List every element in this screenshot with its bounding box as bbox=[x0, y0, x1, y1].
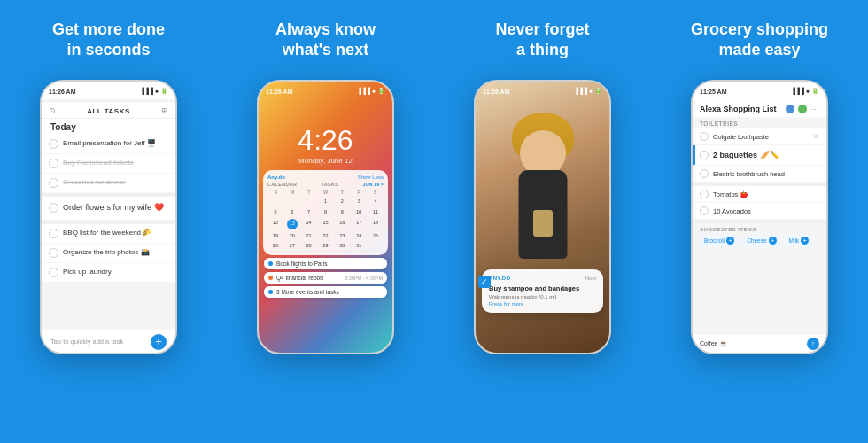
panel-4: Grocery shopping made easy 11:25 AM ▐▐▐ … bbox=[651, 0, 868, 443]
calendar-event-1: Book flights to Paris bbox=[264, 258, 387, 269]
shop-item-text: Electric toothbrush head bbox=[713, 170, 785, 178]
task-check[interactable] bbox=[49, 139, 58, 149]
chip-label: Cheese bbox=[747, 237, 766, 244]
status-bar-3: 11:26 AM ▐▐▐ ● 🔋 bbox=[476, 82, 609, 99]
notification-check-icon: ✓ bbox=[478, 276, 491, 288]
event-title: Book flights to Paris bbox=[276, 260, 383, 267]
event-dot bbox=[268, 276, 273, 280]
notification-app-name: ANY.DO bbox=[489, 276, 510, 281]
task-text: Organize the trip photos 📸 bbox=[63, 248, 168, 257]
shop-check[interactable] bbox=[700, 206, 709, 215]
calendar-event-2: Q4 financial report 3:30PM - 4:30PM bbox=[264, 272, 387, 284]
task-text: Pick up laundry bbox=[63, 268, 168, 276]
calendar-widget: Any.do Show Less CALENDAR TASKS JUN 19 >… bbox=[263, 170, 388, 255]
phone-2: 11:26 AM ▐▐▐ ● 🔋 4:26 Monday, June 12 An… bbox=[257, 80, 394, 354]
suggested-items-section: SUGGESTED ITEMS Broccoli + Cheese + Milk… bbox=[693, 223, 826, 248]
add-task-button[interactable]: + bbox=[151, 334, 167, 350]
section-toiletries: TOILETRIES bbox=[693, 117, 826, 128]
chip-add-icon[interactable]: + bbox=[769, 237, 777, 245]
shop-check[interactable] bbox=[700, 132, 709, 141]
task-bottom-bar: Tap to quickly add a task + bbox=[42, 330, 175, 353]
chip-broccoli[interactable]: Broccoli + bbox=[700, 235, 739, 246]
show-less: Show Less bbox=[358, 175, 384, 180]
task-check[interactable] bbox=[49, 268, 58, 277]
shop-check[interactable] bbox=[700, 151, 709, 159]
panel-2: Always know what's next 11:26 AM ▐▐▐ ● 🔋… bbox=[217, 0, 434, 443]
shop-check[interactable] bbox=[700, 190, 709, 198]
task-check[interactable] bbox=[49, 178, 58, 188]
delete-icon[interactable]: ✕ bbox=[812, 132, 819, 141]
panel-1-title: Get more done in seconds bbox=[52, 19, 165, 66]
task-item-organize-photos: Organize the trip photos 📸 bbox=[42, 244, 175, 262]
tasks-label: TASKS bbox=[322, 182, 339, 187]
event-dot bbox=[268, 261, 273, 266]
shop-item-text: 2 baguettes 🥖✏️ bbox=[713, 151, 779, 159]
notification-card: ✓ ANY.DO Now Buy shampoo and bandages Wa… bbox=[482, 269, 603, 313]
suggested-label: SUGGESTED ITEMS bbox=[700, 227, 819, 232]
shop-check[interactable] bbox=[700, 169, 709, 178]
any-do-label: Any.do bbox=[267, 175, 285, 180]
task-check[interactable] bbox=[49, 229, 58, 238]
phone-1: 11:26 AM ▐▐▐ ● 🔋 ⊙ ALL TASKS ⊞ Today Ema… bbox=[40, 80, 177, 354]
suggested-chips: Broccoli + Cheese + Milk + bbox=[700, 235, 819, 246]
notification-action: Press for more bbox=[489, 301, 596, 307]
panel-1: Get more done in seconds 11:26 AM ▐▐▐ ● … bbox=[0, 0, 217, 443]
signal-icons-3: ▐▐▐ ● 🔋 bbox=[574, 88, 602, 95]
lock-date: Monday, June 12 bbox=[259, 157, 392, 165]
calendar-days-row: SMTWTFS bbox=[267, 190, 384, 195]
more-options-icon[interactable]: ⋯ bbox=[810, 105, 819, 114]
signal-icons-1: ▐▐▐ ● 🔋 bbox=[140, 88, 168, 95]
task-check[interactable] bbox=[49, 203, 58, 213]
panel-3: Never forget a thing 11:26 AM ▐▐▐ ● 🔋 bbox=[434, 0, 651, 443]
add-task-placeholder: Tap to quickly add a task bbox=[50, 338, 123, 346]
shop-item: Tomatos 🍅 bbox=[693, 186, 826, 202]
event-time: 3:30PM - 4:30PM bbox=[345, 276, 383, 281]
shopping-list-header: Alexa Shopping List ⋯ bbox=[693, 99, 826, 117]
time-3: 11:26 AM bbox=[483, 89, 509, 95]
event-title: Q4 financial report bbox=[276, 275, 341, 281]
chip-add-icon[interactable]: + bbox=[801, 237, 809, 245]
calendar-grid: 1234 567891011 12131415161718 1920212223… bbox=[267, 197, 384, 251]
notification-time: Now bbox=[585, 276, 596, 281]
phone-4: 11:25 AM ▐▐▐ ● 🔋 Alexa Shopping List ⋯ T… bbox=[691, 80, 828, 354]
task-text: Groceries for dinner bbox=[63, 178, 168, 187]
task-item: Pick up laundry bbox=[42, 263, 175, 282]
chip-label: Broccoli bbox=[704, 237, 725, 244]
shopping-list-title: Alexa Shopping List bbox=[700, 105, 777, 113]
avatar-1 bbox=[785, 104, 795, 114]
task-item: Email presentation for Jeff 🖥️ bbox=[42, 135, 175, 153]
event-dot bbox=[268, 290, 273, 294]
task-item: Groceries for dinner bbox=[42, 174, 175, 192]
task-check[interactable] bbox=[49, 248, 58, 258]
time-2: 11:26 AM bbox=[266, 89, 292, 95]
avatar-2 bbox=[797, 104, 808, 114]
shop-item: Electric toothbrush head bbox=[693, 166, 826, 182]
menu-icon-1: ⊞ bbox=[161, 106, 168, 115]
status-bar-1: 11:26 AM ▐▐▐ ● 🔋 bbox=[42, 82, 175, 99]
shopping-input[interactable]: Coffee ☕ bbox=[700, 340, 803, 347]
panel-3-title: Never forget a thing bbox=[495, 19, 589, 66]
chip-cheese[interactable]: Cheese + bbox=[742, 235, 780, 246]
signal-icons-4: ▐▐▐ ● 🔋 bbox=[791, 88, 819, 95]
send-button[interactable]: ↑ bbox=[807, 338, 819, 350]
circle-icon-1: ⊙ bbox=[49, 106, 56, 115]
notification-body: Walgreens is nearby (0.1 mi) bbox=[489, 294, 596, 299]
shop-item-featured: 2 baguettes 🥖✏️ bbox=[693, 145, 826, 165]
month-label: JUN 19 > bbox=[363, 182, 384, 187]
chip-add-icon[interactable]: + bbox=[726, 237, 734, 245]
calendar-event-3: 3 More events and tasks bbox=[264, 286, 387, 298]
chip-milk[interactable]: Milk + bbox=[785, 235, 814, 246]
status-bar-4: 11:25 AM ▐▐▐ ● 🔋 bbox=[693, 82, 826, 99]
phone-3: 11:26 AM ▐▐▐ ● 🔋 ✓ bbox=[474, 80, 611, 354]
task-check[interactable] bbox=[49, 159, 58, 168]
task-item: BBQ list for the weekend 🌮 bbox=[42, 224, 175, 243]
lock-time: 4:26 bbox=[259, 101, 392, 154]
task-text: Email presentation for Jeff 🖥️ bbox=[63, 139, 168, 148]
lock-screen: 4:26 Monday, June 12 Any.do Show Less CA… bbox=[259, 82, 392, 353]
panel-2-title: Always know what's next bbox=[275, 19, 376, 66]
time-1: 11:26 AM bbox=[49, 89, 75, 95]
shopping-list-avatars bbox=[785, 104, 808, 114]
task-item: Order flowers for my wife ❤️ bbox=[42, 197, 175, 220]
panel-4-title: Grocery shopping made easy bbox=[691, 19, 828, 66]
calendar-label: CALENDAR bbox=[267, 182, 297, 187]
